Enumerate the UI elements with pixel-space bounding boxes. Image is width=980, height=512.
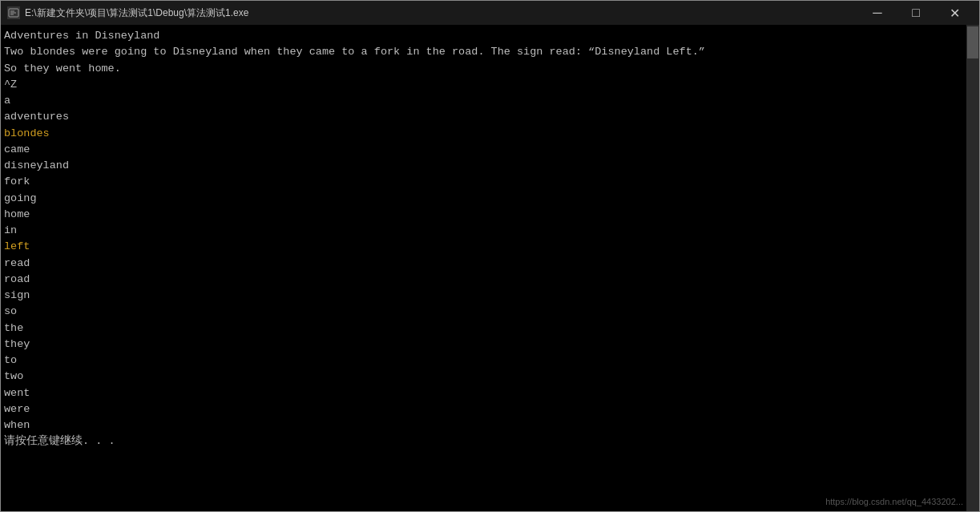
watermark: https://blog.csdn.net/qq_4433202... (825, 497, 963, 506)
line-1: Adventures in Disneyland (4, 30, 159, 42)
word-when: when (4, 419, 30, 431)
line-3: So they went home. (4, 62, 121, 75)
scrollbar[interactable] (966, 25, 979, 511)
prompt: 请按任意键继续. . . (4, 435, 115, 447)
word-left: left (4, 240, 30, 252)
minimize-button[interactable]: ─ (859, 1, 896, 25)
word-road: road (4, 273, 30, 285)
word-sign: sign (4, 289, 30, 301)
word-disneyland: disneyland (4, 159, 69, 171)
window-title: E:\新建文件夹\项目\算法测试1\Debug\算法测试1.exe (25, 6, 248, 20)
word-in: in (4, 224, 17, 236)
title-bar-controls: ─ □ ✕ (859, 1, 973, 25)
line-4: ^Z (4, 79, 17, 91)
word-a: a (4, 95, 10, 107)
title-bar: E:\新建文件夹\项目\算法测试1\Debug\算法测试1.exe ─ □ ✕ (1, 1, 979, 25)
word-went: went (4, 387, 30, 399)
word-were: were (4, 403, 30, 415)
word-so: so (4, 305, 17, 317)
app-icon (7, 6, 20, 19)
word-two: two (4, 370, 23, 382)
console-output: Adventures in Disneyland Two blondes wer… (4, 28, 976, 450)
window: E:\新建文件夹\项目\算法测试1\Debug\算法测试1.exe ─ □ ✕ … (0, 0, 980, 512)
word-they: they (4, 338, 30, 350)
line-2: Two blondes were going to Disneyland whe… (4, 46, 705, 58)
word-fork: fork (4, 175, 30, 187)
word-going: going (4, 192, 37, 204)
word-to: to (4, 354, 17, 366)
maximize-button[interactable]: □ (897, 1, 934, 25)
title-bar-left: E:\新建文件夹\项目\算法测试1\Debug\算法测试1.exe (7, 6, 248, 20)
close-button[interactable]: ✕ (936, 1, 973, 25)
word-read: read (4, 257, 30, 269)
word-blondes: blondes (4, 127, 50, 139)
scrollbar-thumb[interactable] (967, 26, 978, 58)
word-the: the (4, 322, 23, 334)
console-area: Adventures in Disneyland Two blondes wer… (1, 25, 979, 511)
word-came: came (4, 143, 30, 155)
word-home: home (4, 208, 30, 220)
word-adventures: adventures (4, 111, 69, 123)
